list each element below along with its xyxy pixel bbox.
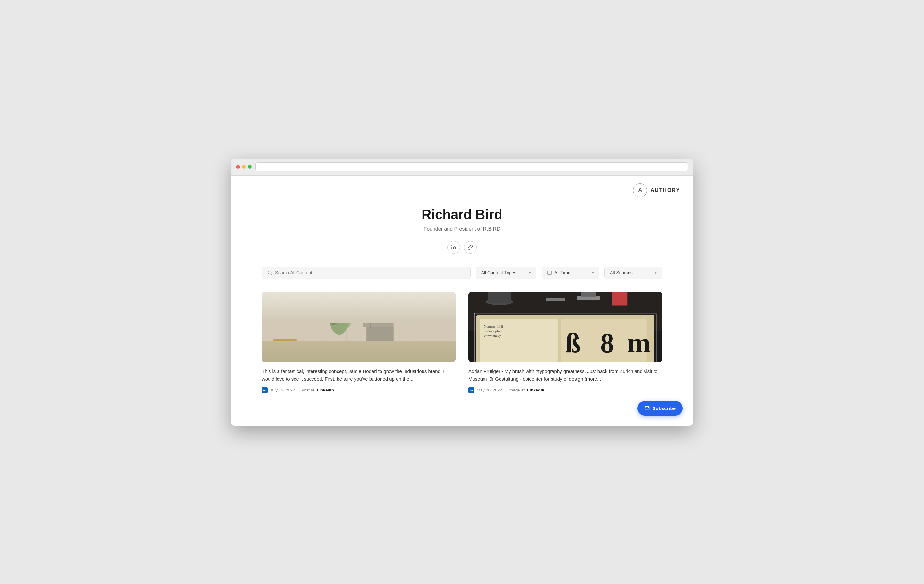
search-input[interactable] bbox=[275, 270, 465, 276]
browser-window-controls bbox=[236, 165, 252, 169]
card-source-link-1[interactable]: Linkedin bbox=[317, 388, 334, 393]
linkedin-badge-2: in bbox=[469, 387, 474, 393]
content-grid: This is a fantastical, interesting conce… bbox=[231, 292, 693, 412]
svg-rect-8 bbox=[300, 292, 417, 308]
content-card-2[interactable]: Nomens thi ff budong pimd vomwanzxy ß 8 … bbox=[469, 292, 662, 393]
card-meta-2: in May 26, 2022 · Image at Linkedin bbox=[469, 387, 662, 393]
time-filter-dropdown[interactable]: All Time ▾ bbox=[541, 267, 599, 279]
sources-chevron-icon: ▾ bbox=[655, 271, 657, 275]
svg-text:ß: ß bbox=[565, 327, 581, 358]
website-link-button[interactable] bbox=[464, 241, 477, 254]
time-filter-label: All Time bbox=[554, 270, 571, 276]
svg-point-0 bbox=[451, 245, 452, 246]
svg-rect-34 bbox=[488, 292, 511, 303]
search-input-wrapper[interactable] bbox=[262, 267, 471, 279]
svg-point-26 bbox=[318, 292, 322, 295]
svg-rect-2 bbox=[548, 271, 551, 275]
sources-dropdown[interactable]: All Sources ▾ bbox=[604, 267, 662, 279]
sources-label: All Sources bbox=[610, 270, 633, 276]
svg-rect-22 bbox=[262, 346, 455, 362]
card-image-1 bbox=[262, 292, 455, 362]
svg-rect-25 bbox=[291, 342, 297, 358]
subscribe-button[interactable]: Subscribe bbox=[637, 401, 683, 416]
authory-logo-icon: A bbox=[633, 183, 647, 197]
svg-rect-9 bbox=[347, 307, 394, 311]
maximize-window-button[interactable] bbox=[248, 165, 252, 169]
svg-rect-35 bbox=[612, 292, 627, 306]
chevron-down-icon: ▾ bbox=[529, 271, 531, 275]
authory-logo-text: AUTHORY bbox=[650, 187, 680, 193]
authory-logo[interactable]: A AUTHORY bbox=[633, 183, 680, 197]
svg-rect-10 bbox=[351, 311, 394, 315]
card-meta-1: in July 12, 2022 · Post at Linkedin bbox=[262, 387, 455, 393]
svg-text:m: m bbox=[627, 327, 650, 358]
close-window-button[interactable] bbox=[236, 165, 240, 169]
svg-rect-24 bbox=[269, 342, 275, 358]
time-chevron-icon: ▾ bbox=[592, 271, 594, 275]
linkedin-icon bbox=[451, 245, 456, 250]
content-types-label: All Content Types bbox=[481, 270, 516, 276]
profile-name: Richard Bird bbox=[238, 207, 686, 223]
browser-toolbar bbox=[231, 158, 693, 175]
linkedin-social-button[interactable] bbox=[447, 241, 460, 254]
profile-section: Richard Bird Founder and President of R.… bbox=[231, 197, 693, 267]
svg-rect-11 bbox=[355, 315, 394, 319]
link-icon bbox=[468, 245, 473, 250]
svg-point-1 bbox=[268, 271, 271, 274]
svg-text:Nomens thi ff: Nomens thi ff bbox=[484, 324, 503, 328]
filters-bar: All Content Types ▾ All Time ▾ All Sourc… bbox=[231, 267, 693, 292]
address-bar[interactable] bbox=[256, 162, 688, 172]
svg-rect-30 bbox=[262, 292, 455, 362]
profile-subtitle: Founder and President of R.BIRD bbox=[238, 226, 686, 232]
search-icon bbox=[267, 270, 272, 276]
svg-rect-12 bbox=[359, 319, 394, 323]
card-text-1: This is a fantastical, interesting conce… bbox=[262, 368, 455, 383]
card-date-2: May 26, 2022 bbox=[477, 388, 502, 393]
svg-rect-38 bbox=[581, 292, 596, 297]
content-card-1[interactable]: This is a fantastical, interesting conce… bbox=[262, 292, 455, 393]
card-type-2: Image at bbox=[508, 388, 525, 393]
envelope-icon bbox=[645, 406, 650, 411]
card-date-1: July 12, 2022 bbox=[270, 388, 295, 393]
svg-text:8: 8 bbox=[600, 327, 614, 358]
page-content: A AUTHORY Richard Bird Founder and Presi… bbox=[231, 175, 693, 426]
svg-text:budong pimd: budong pimd bbox=[484, 329, 502, 333]
svg-point-28 bbox=[396, 292, 399, 295]
linkedin-badge-1: in bbox=[262, 387, 267, 393]
page-header: A AUTHORY bbox=[231, 175, 693, 197]
card-separator-2: · bbox=[505, 388, 506, 393]
typography-scene-image: Nomens thi ff budong pimd vomwanzxy ß 8 … bbox=[469, 292, 662, 362]
card-text-2: Adrian Frutiger - My brush with #typogra… bbox=[469, 368, 662, 383]
svg-point-20 bbox=[328, 305, 339, 325]
minimize-window-button[interactable] bbox=[242, 165, 246, 169]
interior-scene-image bbox=[262, 292, 455, 362]
social-links bbox=[238, 241, 686, 254]
content-types-dropdown[interactable]: All Content Types ▾ bbox=[476, 267, 536, 279]
card-image-2: Nomens thi ff budong pimd vomwanzxy ß 8 … bbox=[469, 292, 662, 362]
svg-rect-7 bbox=[262, 292, 455, 315]
calendar-icon bbox=[547, 270, 552, 275]
svg-rect-39 bbox=[546, 298, 565, 301]
card-source-link-2[interactable]: Linkedin bbox=[527, 388, 544, 393]
time-filter-inner: All Time bbox=[547, 270, 571, 276]
card-separator-1: · bbox=[297, 388, 299, 393]
svg-text:vomwanzxy: vomwanzxy bbox=[484, 334, 501, 338]
card-type-1: Post at bbox=[301, 388, 314, 393]
